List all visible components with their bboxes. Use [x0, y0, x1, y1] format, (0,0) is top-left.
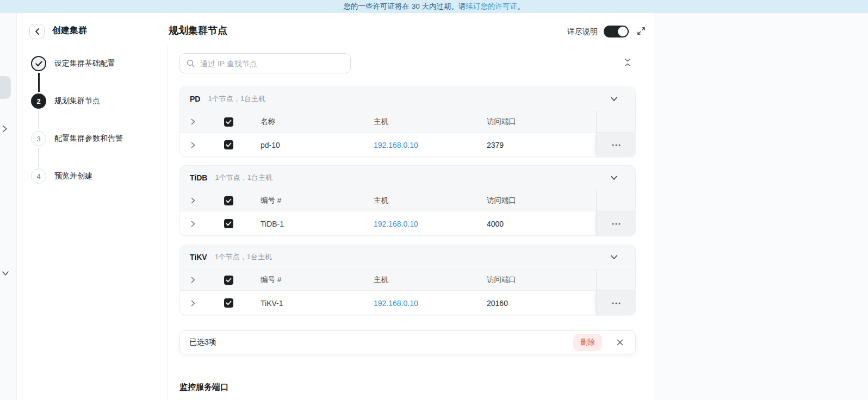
detail-toggle[interactable]: [604, 26, 629, 38]
node-row-tidb-1[interactable]: TiDB-1 192.168.0.10 4000: [180, 211, 635, 235]
row-actions-button[interactable]: [596, 133, 635, 157]
delete-button[interactable]: 删除: [573, 334, 602, 351]
group-summary: 1个节点，1台主机: [215, 173, 272, 183]
node-row-tikv-1[interactable]: TiKV-1 192.168.0.10 20160: [180, 290, 635, 315]
collapse-all-icon[interactable]: [624, 58, 634, 68]
actions-column-header: [596, 270, 635, 290]
group-header-tidb[interactable]: TiDB 1个节点，1台主机: [180, 166, 635, 190]
select-all-checkbox[interactable]: [224, 117, 233, 127]
selection-bar: 已选3项 删除: [179, 330, 636, 354]
group-summary: 1个节点，1台主机: [215, 252, 272, 262]
group-header-tikv[interactable]: TiKV 1个节点，1台主机: [180, 245, 635, 270]
host-link[interactable]: 192.168.0.10: [374, 299, 418, 308]
group-name: TiDB: [190, 173, 207, 182]
group-name: TiKV: [190, 253, 207, 261]
table-header-row: 编号 # 主机 访问端口: [180, 190, 635, 211]
check-icon: [226, 142, 232, 147]
node-port: 20160: [477, 299, 596, 308]
actions-column-header: [596, 190, 635, 211]
column-header-name: 名称: [251, 117, 364, 127]
step-2-number: 2: [31, 93, 46, 109]
check-icon: [226, 301, 232, 305]
expand-rows-icon[interactable]: [180, 277, 206, 283]
page-title: 规划集群节点: [169, 24, 227, 37]
license-banner: 您的一些许可证将在 30 天内过期。请续订您的许可证。: [0, 0, 868, 13]
group-name: PD: [190, 95, 200, 103]
selection-count: 已选3项: [189, 338, 216, 347]
node-name: TiDB-1: [251, 220, 364, 228]
expand-row-icon[interactable]: [180, 221, 206, 227]
row-checkbox[interactable]: [224, 140, 233, 149]
renew-license-link[interactable]: 续订您的许可证: [466, 2, 518, 11]
wizard-step-2[interactable]: 2 规划集群节点: [31, 93, 100, 109]
step-connector-3: [38, 148, 39, 167]
step-3-number: 3: [31, 131, 46, 146]
expand-rows-icon[interactable]: [180, 197, 206, 204]
node-row-pd-10[interactable]: pd-10 192.168.0.10 2379: [180, 132, 635, 157]
license-banner-text: 您的一些许可证将在 30 天内过期。请: [343, 2, 466, 11]
step-connector-1: [38, 73, 40, 92]
wizard-step-1[interactable]: 设定集群基础配置: [31, 56, 115, 71]
expand-rows-icon[interactable]: [180, 118, 206, 125]
check-icon: [226, 221, 232, 226]
license-banner-suffix: 。: [517, 2, 525, 11]
group-summary: 1个节点，1台主机: [208, 94, 265, 104]
host-link[interactable]: 192.168.0.10: [374, 220, 418, 228]
step-connector-2: [38, 110, 39, 129]
row-checkbox[interactable]: [224, 219, 233, 228]
node-group-card-pd: PD 1个节点，1台主机 名称 主机 访问端口 pd-10 192.168.0.…: [179, 86, 636, 157]
group-header-pd[interactable]: PD 1个节点，1台主机: [180, 87, 635, 111]
search-box: [179, 53, 351, 73]
right-gutter: [654, 13, 868, 400]
step-4-number: 4: [31, 168, 46, 184]
node-port: 4000: [477, 220, 596, 228]
expand-row-icon[interactable]: [180, 142, 206, 148]
ellipsis-icon: [612, 144, 621, 146]
search-icon: [187, 59, 195, 67]
column-header-port: 访问端口: [477, 275, 596, 285]
column-header-host: 主机: [364, 196, 477, 205]
left-rail: [0, 13, 17, 400]
expand-row-icon[interactable]: [180, 300, 206, 307]
sidebar-divider: [168, 46, 168, 400]
rail-expand-right-icon[interactable]: [2, 125, 8, 135]
chevron-down-icon[interactable]: [610, 94, 618, 104]
column-header-port: 访问端口: [477, 196, 596, 205]
chevron-down-icon[interactable]: [610, 173, 618, 183]
select-all-checkbox[interactable]: [224, 196, 233, 205]
close-selection-icon[interactable]: [617, 339, 623, 346]
node-port: 2379: [477, 141, 596, 149]
row-actions-button[interactable]: [596, 211, 635, 236]
wizard-sidebar: 创建集群 设定集群基础配置 2 规划集群节点 3 配置集群参数和告警 4 预览并…: [17, 13, 168, 400]
row-actions-button[interactable]: [596, 291, 635, 315]
step-2-label: 规划集群节点: [54, 96, 100, 106]
back-button[interactable]: [29, 24, 45, 39]
row-checkbox[interactable]: [224, 298, 233, 308]
column-header-name: 编号 #: [251, 196, 364, 205]
column-header-port: 访问端口: [477, 117, 596, 127]
toggle-knob: [618, 27, 628, 36]
column-header-host: 主机: [364, 117, 477, 127]
wizard-title: 创建集群: [52, 25, 87, 36]
node-group-card-tikv: TiKV 1个节点，1台主机 编号 # 主机 访问端口 TiKV-1 192.1…: [179, 245, 636, 315]
chevron-down-icon[interactable]: [610, 252, 618, 262]
chevron-left-icon: [35, 28, 40, 35]
check-icon: [226, 120, 232, 124]
rail-drag-handle[interactable]: [0, 76, 11, 99]
rail-chevron-down-icon[interactable]: [2, 268, 9, 278]
wizard-step-3[interactable]: 3 配置集群参数和告警: [31, 131, 123, 146]
column-header-host: 主机: [364, 275, 477, 285]
search-input[interactable]: [200, 59, 344, 68]
step-1-done-check-icon: [31, 56, 46, 71]
check-icon: [226, 278, 232, 283]
step-1-label: 设定集群基础配置: [54, 59, 115, 68]
check-icon: [226, 198, 232, 203]
select-all-checkbox[interactable]: [224, 276, 233, 285]
expand-fullscreen-icon[interactable]: [636, 26, 647, 37]
actions-column-header: [596, 111, 635, 132]
wizard-step-4[interactable]: 4 预览并创建: [31, 168, 92, 184]
step-4-label: 预览并创建: [54, 171, 92, 181]
host-link[interactable]: 192.168.0.10: [374, 141, 418, 149]
node-group-card-tidb: TiDB 1个节点，1台主机 编号 # 主机 访问端口 TiDB-1 192.1…: [179, 165, 636, 236]
table-header-row: 编号 # 主机 访问端口: [180, 270, 635, 290]
